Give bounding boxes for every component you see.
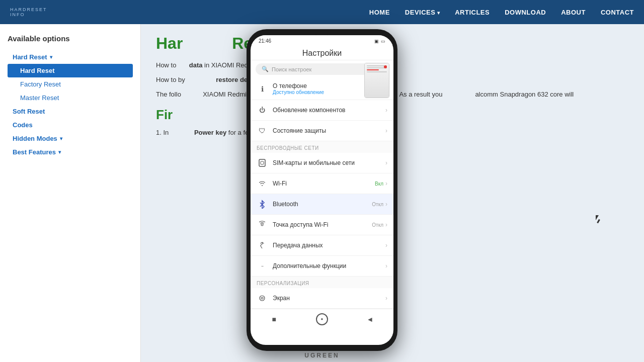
- settings-item-update[interactable]: ⏻ Обновление компонентов ›: [251, 100, 393, 121]
- sim-icon: [257, 157, 268, 168]
- svg-rect-0: [259, 159, 265, 166]
- search-icon: 🔍: [262, 66, 269, 72]
- logo-subtext: INFO: [10, 12, 47, 17]
- settings-item-data-transfer-title: Передача данных: [273, 242, 380, 249]
- sidebar-item-hard-reset-top[interactable]: Hard Reset ▾: [8, 50, 133, 64]
- wifi-status: Вкл: [375, 181, 383, 187]
- thumbnail-notification-dot: [384, 65, 387, 68]
- nav-download[interactable]: DOWNLOAD: [505, 9, 546, 16]
- settings-header: Настройки: [251, 45, 393, 60]
- settings-item-update-title: Обновление компонентов: [273, 107, 380, 114]
- settings-item-wifi[interactable]: Wi-Fi Вкл ›: [251, 173, 393, 194]
- status-time: 21:46: [259, 38, 271, 44]
- settings-item-data-transfer[interactable]: Передача данных ›: [251, 235, 393, 256]
- settings-item-wifi-content: Wi-Fi: [273, 180, 370, 187]
- settings-item-data-transfer-right: ›: [385, 242, 387, 249]
- search-placeholder: Поиск настроек: [272, 66, 311, 72]
- nav-home[interactable]: HOME: [369, 9, 390, 16]
- sidebar-item-label: Codes: [13, 121, 33, 129]
- sidebar-item-label: Hidden Modes: [13, 135, 57, 142]
- settings-item-security-title: Состояние защиты: [273, 127, 380, 134]
- sidebar-item-codes[interactable]: Codes: [8, 118, 133, 132]
- signal-icon: ▣: [374, 39, 379, 44]
- update-icon: ⏻: [257, 105, 268, 116]
- settings-item-display-content: Экран: [273, 295, 380, 302]
- settings-list: ℹ О телефоне Доступно обновление › ⏻: [251, 78, 393, 309]
- settings-item-sim-content: SIM-карты и мобильные сети: [273, 159, 380, 166]
- chevron-right-icon: ›: [385, 180, 387, 187]
- sidebar-item-label: Hard Reset: [13, 53, 47, 61]
- settings-item-bluetooth-right: Откл ›: [372, 201, 387, 208]
- status-icons: ▣ ▭: [374, 39, 385, 44]
- settings-item-sim-title: SIM-карты и мобильные сети: [273, 159, 380, 166]
- chevron-right-icon: ›: [385, 221, 387, 228]
- settings-item-update-content: Обновление компонентов: [273, 107, 380, 114]
- chevron-right-icon: ›: [385, 107, 387, 114]
- settings-item-display-right: ›: [385, 295, 387, 302]
- additional-icon: ···: [257, 260, 268, 272]
- settings-item-security-content: Состояние защиты: [273, 127, 380, 134]
- sidebar-item-master-reset[interactable]: Master Reset: [8, 91, 133, 105]
- sidebar-item-label: Factory Reset: [20, 80, 61, 88]
- sidebar-title: Available options: [8, 34, 133, 43]
- settings-item-security-right: ›: [385, 127, 387, 134]
- phone-container: 21:46 ▣ ▭: [247, 24, 397, 351]
- sidebar-item-hard-reset-active[interactable]: Hard Reset: [8, 64, 133, 77]
- nav-links-container: HOME DEVICES ARTICLES DOWNLOAD ABOUT CON…: [369, 9, 634, 16]
- bluetooth-status: Откл: [372, 202, 383, 207]
- thumbnail-inner: [365, 63, 389, 98]
- settings-item-additional[interactable]: ··· Дополнительные функции ›: [251, 256, 393, 277]
- settings-item-wifi-title: Wi-Fi: [273, 180, 370, 187]
- settings-item-additional-content: Дополнительные функции: [273, 262, 380, 269]
- settings-item-hotspot-right: Откл ›: [372, 221, 387, 228]
- settings-screen: › Настройки 🔍 Поиск настроек ℹ О телефон…: [251, 45, 393, 329]
- settings-item-sim[interactable]: SIM-карты и мобильные сети ›: [251, 153, 393, 173]
- hotspot-icon: [257, 219, 268, 230]
- settings-item-display[interactable]: Экран ›: [251, 288, 393, 309]
- about-icon: ℹ: [257, 83, 268, 95]
- settings-item-update-right: ›: [385, 107, 387, 114]
- nav-devices[interactable]: DEVICES: [405, 9, 440, 16]
- settings-item-wifi-right: Вкл ›: [375, 180, 387, 187]
- settings-item-display-title: Экран: [273, 295, 380, 302]
- chevron-down-icon: ▾: [60, 136, 62, 141]
- security-icon: 🛡: [257, 125, 268, 136]
- status-bar: 21:46 ▣ ▭: [251, 35, 393, 45]
- nav-home-button[interactable]: ●: [316, 313, 328, 325]
- nav-articles[interactable]: ARTICLES: [455, 9, 490, 16]
- wifi-icon: [257, 178, 268, 189]
- chevron-down-icon: ▾: [50, 54, 52, 60]
- sidebar-item-label: Soft Reset: [13, 108, 45, 115]
- nav-contact[interactable]: CONTACT: [601, 9, 634, 16]
- sidebar-item-label: Master Reset: [20, 94, 59, 102]
- sidebar-item-label: Best Features: [13, 148, 56, 156]
- settings-item-bluetooth[interactable]: Bluetooth Откл ›: [251, 194, 393, 215]
- chevron-down-icon: ▾: [58, 149, 61, 155]
- section-personalization: ПЕРСОНАЛИЗАЦИЯ: [251, 277, 393, 288]
- sidebar-item-soft-reset[interactable]: Soft Reset: [8, 105, 133, 118]
- display-icon: [257, 293, 268, 304]
- site-logo[interactable]: HARDRESET INFO: [10, 7, 47, 17]
- svg-point-7: [261, 297, 263, 299]
- phone-frame: 21:46 ▣ ▭: [247, 29, 397, 351]
- chevron-right-icon: ›: [385, 127, 387, 134]
- settings-item-hotspot[interactable]: Точка доступа Wi-Fi Откл ›: [251, 215, 393, 235]
- data-transfer-icon: [257, 240, 268, 251]
- sidebar-item-factory-reset[interactable]: Factory Reset: [8, 77, 133, 91]
- mouse-cursor: [596, 215, 604, 225]
- phone-thumbnail: ›: [364, 63, 389, 98]
- chevron-right-icon: ›: [385, 201, 387, 208]
- settings-item-hotspot-content: Точка доступа Wi-Fi: [273, 221, 367, 228]
- nav-back-button[interactable]: ◄: [365, 314, 375, 324]
- settings-item-bluetooth-content: Bluetooth: [273, 201, 367, 208]
- settings-item-sim-right: ›: [385, 159, 387, 166]
- settings-item-additional-title: Дополнительные функции: [273, 262, 380, 269]
- sidebar-item-hidden-modes[interactable]: Hidden Modes ▾: [8, 132, 133, 145]
- main-layout: Available options Hard Reset ▾ Hard Rese…: [0, 24, 644, 362]
- sidebar-item-best-features[interactable]: Best Features ▾: [8, 145, 133, 159]
- nav-square-button[interactable]: ■: [269, 314, 279, 324]
- phone-notch: [312, 29, 332, 35]
- settings-item-security[interactable]: 🛡 Состояние защиты ›: [251, 121, 393, 141]
- phone-screen: 21:46 ▣ ▭: [251, 35, 393, 345]
- nav-about[interactable]: ABOUT: [561, 9, 586, 16]
